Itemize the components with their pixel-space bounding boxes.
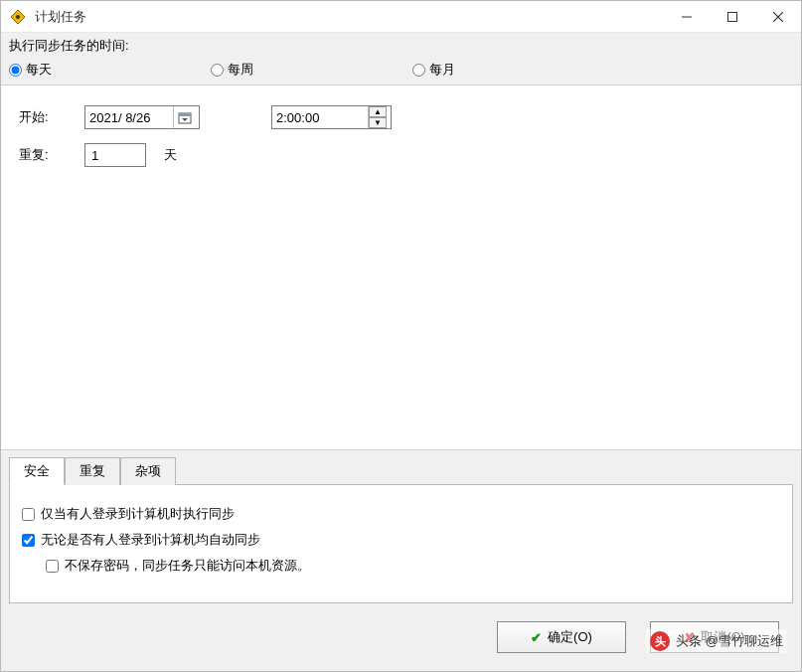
svg-rect-7 <box>179 113 191 116</box>
maximize-button[interactable] <box>710 1 755 33</box>
schedule-label: 执行同步任务的时间: <box>9 37 793 55</box>
ok-button[interactable]: ✔ 确定(O) <box>497 621 626 653</box>
svg-marker-8 <box>182 118 188 121</box>
tab-content: 仅当有人登录到计算机时执行同步 无论是否有人登录到计算机均自动同步 不保存密码，… <box>9 484 793 603</box>
tab-misc[interactable]: 杂项 <box>120 457 176 485</box>
checkbox-logged-in-only[interactable]: 仅当有人登录到计算机时执行同步 <box>22 501 780 527</box>
radio-monthly[interactable]: 每月 <box>412 61 455 79</box>
time-spinner: ▲ ▼ <box>368 106 387 128</box>
radio-weekly[interactable]: 每周 <box>211 61 253 79</box>
checkbox-no-save-password-input[interactable] <box>46 560 59 573</box>
cancel-button[interactable]: ✘ 取消(C) <box>650 621 779 653</box>
cross-icon: ✘ <box>684 630 695 645</box>
close-button[interactable] <box>755 1 801 33</box>
repeat-input[interactable] <box>84 143 146 167</box>
radio-monthly-label: 每月 <box>429 61 455 79</box>
time-picker[interactable]: 2:00:00 ▲ ▼ <box>271 105 392 129</box>
ok-button-label: 确定(O) <box>548 628 592 646</box>
titlebar: 计划任务 <box>1 1 801 33</box>
cancel-button-label: 取消(C) <box>701 628 744 646</box>
svg-point-1 <box>16 15 20 19</box>
date-picker[interactable]: 2021/ 8/26 <box>84 105 200 129</box>
schedule-header: 执行同步任务的时间: 每天 每周 每月 <box>1 33 801 84</box>
checkbox-logged-in-only-input[interactable] <box>22 508 35 521</box>
checkbox-no-save-password[interactable]: 不保存密码，同步任务只能访问本机资源。 <box>22 553 780 579</box>
main-pane: 开始: 2021/ 8/26 2:00:00 ▲ ▼ 重复: 天 <box>1 84 801 450</box>
repeat-row: 重复: 天 <box>19 143 783 167</box>
window: 计划任务 执行同步任务的时间: 每天 每周 每月 开始: <box>0 0 802 672</box>
app-icon <box>9 8 27 26</box>
window-title: 计划任务 <box>35 8 86 26</box>
tabs-area: 安全 重复 杂项 仅当有人登录到计算机时执行同步 无论是否有人登录到计算机均自动… <box>1 450 801 603</box>
radio-daily-input[interactable] <box>9 64 22 77</box>
date-dropdown-button[interactable] <box>173 106 195 128</box>
svg-rect-3 <box>728 12 737 21</box>
radio-daily-label: 每天 <box>26 61 52 79</box>
radio-weekly-input[interactable] <box>211 64 224 77</box>
tab-security[interactable]: 安全 <box>9 457 65 485</box>
checkbox-always-sync-input[interactable] <box>22 534 35 547</box>
minimize-button[interactable] <box>664 1 710 33</box>
start-row: 开始: 2021/ 8/26 2:00:00 ▲ ▼ <box>19 105 783 129</box>
spin-up-button[interactable]: ▲ <box>369 106 387 117</box>
radio-monthly-input[interactable] <box>412 64 425 77</box>
check-icon: ✔ <box>531 630 542 645</box>
tab-repeat[interactable]: 重复 <box>65 457 120 485</box>
checkbox-always-sync[interactable]: 无论是否有人登录到计算机均自动同步 <box>22 527 780 553</box>
footer: ✔ 确定(O) ✘ 取消(C) 头 头条 @雪竹聊运维 <box>1 603 801 671</box>
checkbox-no-save-password-label: 不保存密码，同步任务只能访问本机资源。 <box>65 557 310 575</box>
checkbox-always-sync-label: 无论是否有人登录到计算机均自动同步 <box>41 531 260 549</box>
repeat-label: 重复: <box>19 146 67 164</box>
frequency-group: 每天 每周 每月 <box>9 59 793 84</box>
start-label: 开始: <box>19 108 67 126</box>
radio-daily[interactable]: 每天 <box>9 61 52 79</box>
date-value: 2021/ 8/26 <box>89 110 169 125</box>
time-value: 2:00:00 <box>276 110 368 125</box>
tab-strip: 安全 重复 杂项 <box>9 456 793 484</box>
spin-down-button[interactable]: ▼ <box>369 117 387 128</box>
calendar-icon <box>178 110 192 124</box>
repeat-unit: 天 <box>164 146 177 164</box>
checkbox-logged-in-only-label: 仅当有人登录到计算机时执行同步 <box>41 505 235 523</box>
radio-weekly-label: 每周 <box>228 61 253 79</box>
